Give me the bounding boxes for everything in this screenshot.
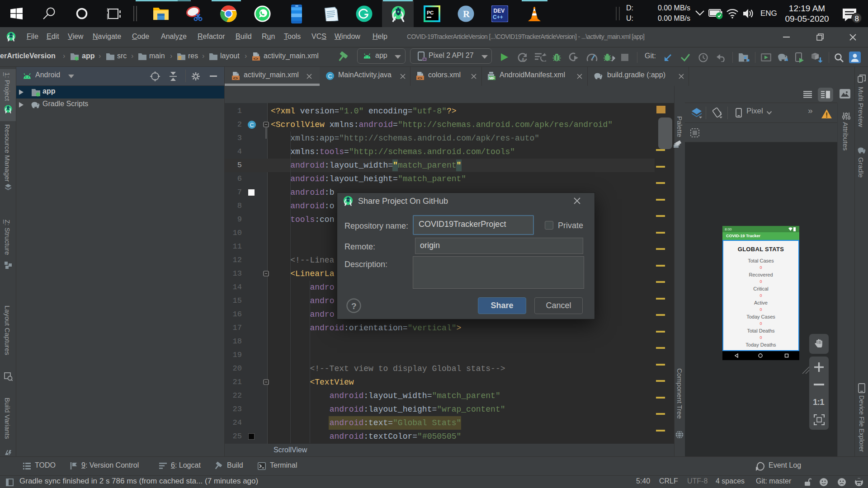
- svg-text:8: 8: [855, 14, 859, 23]
- svg-text:PC: PC: [427, 10, 434, 15]
- svg-text:<>: <>: [233, 76, 238, 81]
- svg-text:?: ?: [351, 301, 357, 311]
- svg-text:C: C: [250, 122, 254, 128]
- svg-text:A: A: [521, 57, 525, 62]
- svg-text:R: R: [463, 9, 470, 19]
- svg-text:C++: C++: [493, 14, 503, 20]
- svg-text:DEV: DEV: [494, 8, 505, 14]
- svg-text:<>: <>: [253, 57, 258, 61]
- svg-text:MF: MF: [489, 76, 495, 80]
- svg-text:<>: <>: [417, 76, 422, 81]
- svg-text:C: C: [328, 73, 332, 80]
